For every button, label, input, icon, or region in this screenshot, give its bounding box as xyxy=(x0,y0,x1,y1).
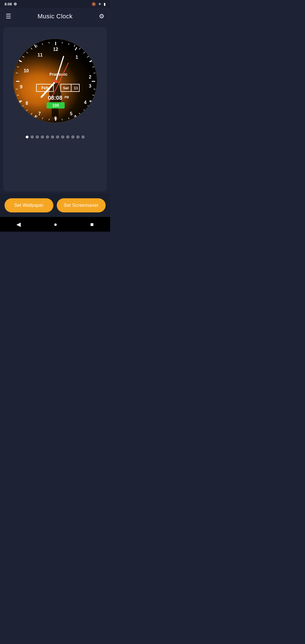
svg-text:8: 8 xyxy=(26,101,28,106)
svg-line-43 xyxy=(26,52,28,53)
settings-button[interactable]: ⚙ xyxy=(98,12,106,21)
svg-line-5 xyxy=(75,115,77,118)
dot-2[interactable] xyxy=(36,136,39,138)
dot-3[interactable] xyxy=(41,136,44,138)
settings-icon: ⚙ xyxy=(99,13,104,20)
svg-text:4: 4 xyxy=(84,100,87,105)
set-screensaver-button[interactable]: Set Screensaver xyxy=(57,198,106,212)
settings-status-icon: ⚙ xyxy=(14,2,17,6)
dot-6[interactable] xyxy=(56,136,59,138)
svg-text:Sat: Sat xyxy=(63,86,69,90)
svg-line-16 xyxy=(83,52,85,53)
svg-line-34 xyxy=(26,110,28,111)
svg-text:11: 11 xyxy=(38,53,43,57)
svg-line-1 xyxy=(75,47,77,50)
svg-line-31 xyxy=(42,118,43,119)
svg-text:100: 100 xyxy=(52,103,59,108)
svg-line-40 xyxy=(17,67,19,67)
svg-line-21 xyxy=(93,89,95,89)
svg-line-15 xyxy=(79,48,80,50)
app-title: Music Clock xyxy=(38,13,73,20)
svg-text:5: 5 xyxy=(70,111,73,116)
svg-text:2: 2 xyxy=(89,75,91,79)
pagination-dots[interactable] xyxy=(26,136,84,138)
svg-line-19 xyxy=(92,67,94,67)
dot-5[interactable] xyxy=(51,136,54,138)
svg-line-28 xyxy=(68,118,69,119)
svg-line-38 xyxy=(16,89,18,89)
dot-4[interactable] xyxy=(46,136,49,138)
svg-line-26 xyxy=(79,113,80,115)
dot-1[interactable] xyxy=(31,136,34,138)
main-card: 12 1 2 3 4 5 6 7 8 9 10 11 Pransunc xyxy=(3,27,107,192)
menu-button[interactable]: ☰ xyxy=(5,12,12,21)
home-button[interactable]: ● xyxy=(48,220,63,229)
svg-line-30 xyxy=(49,119,49,120)
status-bar: 8:08 ⚙ 🔕 ✈ ▮ xyxy=(0,0,110,8)
svg-line-39 xyxy=(16,73,18,73)
svg-text:Feb: Feb xyxy=(42,86,49,90)
svg-line-13 xyxy=(68,43,69,45)
svg-line-12 xyxy=(62,42,63,44)
action-buttons-row: Set Wallpaper Set Screensaver xyxy=(0,194,110,217)
svg-line-46 xyxy=(42,43,43,45)
dot-7[interactable] xyxy=(61,136,64,138)
svg-text:12: 12 xyxy=(53,47,58,52)
svg-line-29 xyxy=(62,119,62,120)
dot-0[interactable] xyxy=(26,136,29,138)
set-wallpaper-button[interactable]: Set Wallpaper xyxy=(5,198,53,212)
svg-line-20 xyxy=(93,73,95,73)
recent-button[interactable]: ■ xyxy=(84,220,99,229)
svg-text:10: 10 xyxy=(24,68,29,73)
svg-point-66 xyxy=(55,80,56,82)
svg-line-42 xyxy=(22,56,24,57)
navigation-bar: ◀ ● ■ xyxy=(0,217,110,232)
svg-line-11 xyxy=(34,45,36,48)
svg-text:PM: PM xyxy=(65,96,69,99)
clock-svg: 12 1 2 3 4 5 6 7 8 9 10 11 Pransunc xyxy=(13,39,97,123)
svg-text:08:08: 08:08 xyxy=(48,95,62,101)
status-icons: 🔕 ✈ ▮ xyxy=(91,2,106,6)
clock-container[interactable]: 12 1 2 3 4 5 6 7 8 9 10 11 Pransunc xyxy=(13,38,97,123)
svg-line-7 xyxy=(34,115,36,118)
mute-icon: 🔕 xyxy=(91,2,96,6)
svg-text:9: 9 xyxy=(20,84,23,89)
svg-line-27 xyxy=(74,116,75,118)
svg-text:1: 1 xyxy=(76,55,78,60)
svg-text:11: 11 xyxy=(74,86,78,90)
svg-text:7: 7 xyxy=(38,111,41,116)
svg-line-14 xyxy=(74,45,75,47)
status-time: 8:08 xyxy=(5,2,12,6)
dot-9[interactable] xyxy=(71,136,74,138)
svg-line-45 xyxy=(36,45,37,47)
menu-icon: ☰ xyxy=(6,13,11,20)
dot-11[interactable] xyxy=(82,136,84,138)
app-bar: ☰ Music Clock ⚙ xyxy=(0,8,110,25)
svg-line-22 xyxy=(92,95,94,95)
svg-line-47 xyxy=(49,42,49,44)
battery-icon: ▮ xyxy=(104,2,106,6)
svg-text:6: 6 xyxy=(55,116,57,121)
svg-line-44 xyxy=(31,48,32,50)
svg-line-37 xyxy=(17,95,19,95)
dot-8[interactable] xyxy=(66,136,69,138)
clock-face: 12 1 2 3 4 5 6 7 8 9 10 11 Pransunc xyxy=(13,38,97,123)
svg-line-35 xyxy=(22,105,24,106)
back-button[interactable]: ◀ xyxy=(11,220,26,229)
svg-line-33 xyxy=(31,113,32,115)
svg-text:3: 3 xyxy=(89,84,91,88)
svg-line-25 xyxy=(84,110,85,111)
status-time-area: 8:08 ⚙ xyxy=(5,2,17,6)
svg-line-62 xyxy=(56,56,64,81)
svg-line-24 xyxy=(88,105,89,106)
dot-10[interactable] xyxy=(77,136,79,138)
airplane-icon: ✈ xyxy=(98,2,101,6)
svg-line-17 xyxy=(87,56,89,57)
svg-line-32 xyxy=(36,116,37,118)
